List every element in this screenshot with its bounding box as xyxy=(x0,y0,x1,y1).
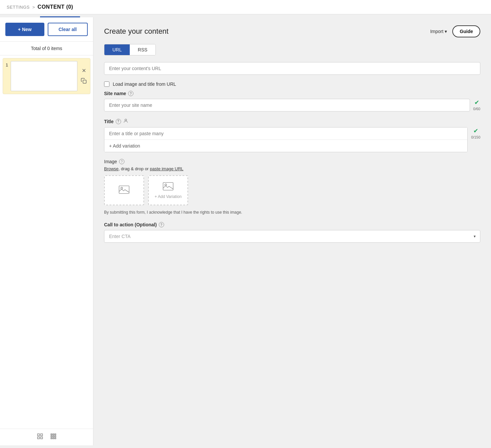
url-section xyxy=(104,62,480,75)
image-placeholder-main[interactable] xyxy=(104,175,144,205)
title-counter: 0/150 xyxy=(471,135,480,139)
main-layout: + New Clear all Total of 0 items 1 ✕ xyxy=(0,17,491,445)
svg-rect-13 xyxy=(55,438,56,439)
svg-rect-0 xyxy=(83,80,86,83)
content-area: Create your content Import ▾ Guide URL R… xyxy=(93,17,491,445)
title-input[interactable] xyxy=(104,128,467,140)
image-grid: + Add Variation xyxy=(104,175,480,205)
paste-image-link[interactable]: paste image URL xyxy=(150,166,183,171)
item-delete-button[interactable]: ✕ xyxy=(80,67,87,74)
item-actions: ✕ xyxy=(80,67,87,86)
load-image-row: Load image and title from URL xyxy=(104,81,480,87)
svg-rect-1 xyxy=(37,434,39,436)
image-middle-text: , drag & drop or xyxy=(118,166,150,171)
guide-button[interactable]: Guide xyxy=(452,25,480,37)
title-help-icon[interactable]: ? xyxy=(116,119,121,124)
svg-rect-4 xyxy=(40,437,42,439)
sidebar-actions: + New Clear all xyxy=(0,17,93,42)
import-label: Import xyxy=(430,29,444,34)
site-name-label: Site name ? xyxy=(104,91,480,96)
content-breadcrumb: CONTENT (0) xyxy=(38,4,73,10)
cta-help-icon[interactable]: ? xyxy=(159,222,164,227)
rights-text: By submitting this form, I acknowledge t… xyxy=(104,209,480,215)
image-actions: Browse, drag & drop or paste image URL xyxy=(104,166,480,171)
site-name-section: Site name ? ✔ 0/60 xyxy=(104,91,480,111)
svg-rect-5 xyxy=(51,434,52,435)
sidebar-bottom xyxy=(0,429,93,445)
import-button[interactable]: Import ▾ xyxy=(430,29,447,34)
tab-group: URL RSS xyxy=(104,44,156,55)
svg-rect-15 xyxy=(119,186,129,193)
grid-view-button[interactable] xyxy=(50,433,57,441)
site-name-check-icon: ✔ xyxy=(474,99,479,106)
cta-wrapper: Enter CTA ▾ xyxy=(104,230,480,243)
title-textarea-container: + Add variation xyxy=(104,127,468,152)
item-number: 1 xyxy=(6,62,8,67)
content-header-right: Import ▾ Guide xyxy=(430,25,480,37)
add-variation-image-label: + Add Variation xyxy=(155,194,182,199)
header: SETTINGS > CONTENT (0) xyxy=(0,0,491,14)
sidebar: + New Clear all Total of 0 items 1 ✕ xyxy=(0,17,93,445)
browse-link[interactable]: Browse xyxy=(104,166,118,171)
title-label: Title ? xyxy=(104,118,480,125)
item-copy-button[interactable] xyxy=(80,77,87,86)
svg-rect-7 xyxy=(55,434,56,435)
add-variation-button[interactable]: + Add variation xyxy=(104,140,467,152)
list-item: 1 ✕ xyxy=(3,58,90,94)
cta-label: Call to action (Optional) ? xyxy=(104,222,480,227)
svg-rect-11 xyxy=(51,438,52,439)
title-check-icon: ✔ xyxy=(473,127,478,135)
total-items-label: Total of 0 items xyxy=(0,42,93,55)
sidebar-list: 1 ✕ xyxy=(0,55,93,429)
image-help-icon[interactable]: ? xyxy=(119,159,124,164)
svg-rect-9 xyxy=(53,436,54,437)
svg-rect-3 xyxy=(37,437,39,439)
load-image-label[interactable]: Load image and title from URL xyxy=(113,81,176,87)
content-header: Create your content Import ▾ Guide xyxy=(104,25,480,37)
svg-rect-6 xyxy=(53,434,54,435)
site-name-label-text: Site name xyxy=(104,91,126,96)
title-field-row: + Add variation ✔ 0/150 xyxy=(104,127,480,152)
import-chevron-icon: ▾ xyxy=(445,29,447,34)
item-preview xyxy=(11,61,77,91)
svg-rect-2 xyxy=(40,434,42,436)
list-view-button[interactable] xyxy=(37,433,43,441)
image-label-row: Image ? xyxy=(104,159,480,164)
url-input[interactable] xyxy=(104,62,480,75)
site-name-field-row: ✔ 0/60 xyxy=(104,99,480,111)
title-section: Title ? + Add variation ✔ 0/150 xyxy=(104,118,480,152)
svg-rect-17 xyxy=(163,182,173,190)
content-title: Create your content xyxy=(104,27,168,36)
cta-label-text: Call to action (Optional) xyxy=(104,222,157,227)
site-name-help-icon[interactable]: ? xyxy=(128,91,133,96)
svg-point-14 xyxy=(125,119,126,121)
new-button[interactable]: + New xyxy=(5,23,44,36)
image-placeholder-add[interactable]: + Add Variation xyxy=(148,175,188,205)
svg-rect-10 xyxy=(55,436,56,437)
image-add-icon xyxy=(163,182,173,192)
image-label-text: Image xyxy=(104,159,117,164)
site-name-input[interactable] xyxy=(104,99,470,111)
cta-select[interactable]: Enter CTA xyxy=(104,230,480,243)
clear-all-button[interactable]: Clear all xyxy=(48,23,88,36)
load-image-checkbox[interactable] xyxy=(104,81,109,87)
tab-url[interactable]: URL xyxy=(104,44,130,55)
image-placeholder-icon xyxy=(119,185,129,196)
svg-rect-8 xyxy=(51,436,52,437)
title-counter-block: ✔ 0/150 xyxy=(471,127,480,139)
svg-rect-12 xyxy=(53,438,54,439)
cta-section: Call to action (Optional) ? Enter CTA ▾ xyxy=(104,222,480,243)
breadcrumb-arrow: > xyxy=(32,5,35,10)
settings-breadcrumb[interactable]: SETTINGS xyxy=(7,5,30,10)
tab-rss[interactable]: RSS xyxy=(130,44,155,55)
site-name-counter: 0/60 xyxy=(473,107,480,111)
title-label-text: Title xyxy=(104,119,114,124)
title-person-icon[interactable] xyxy=(123,118,128,125)
site-name-counter-block: ✔ 0/60 xyxy=(473,99,480,111)
image-section: Image ? Browse, drag & drop or paste ima… xyxy=(104,159,480,215)
